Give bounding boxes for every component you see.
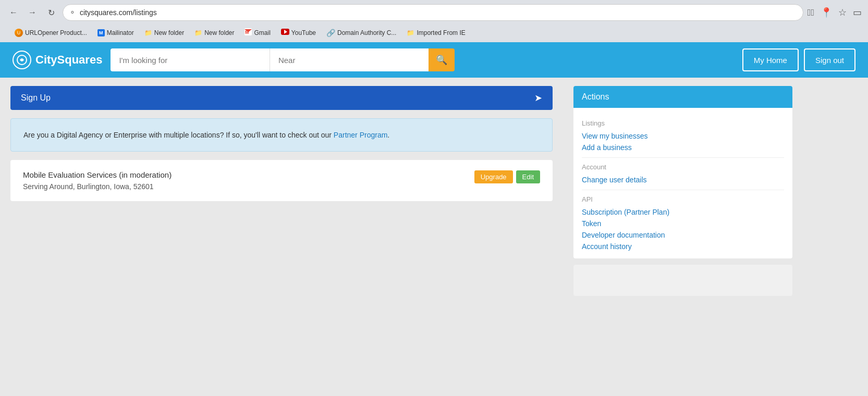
folder-icon-2: 📁 bbox=[194, 29, 202, 36]
edit-button[interactable]: Edit bbox=[516, 170, 540, 183]
domain-authority-favicon: 🔗 bbox=[326, 29, 335, 37]
listing-address: Serving Around, Burlington, Iowa, 52601 bbox=[23, 182, 172, 191]
site-header: CitySquares 🔍 My Home Sign out bbox=[0, 42, 868, 78]
mailinator-favicon: M bbox=[97, 29, 105, 36]
bookmark-label: URLOpener Product... bbox=[25, 29, 87, 36]
main-content: Sign Up ➤ Are you a Digital Agency or En… bbox=[0, 78, 868, 369]
refresh-button[interactable]: ↻ bbox=[44, 5, 58, 20]
actions-panel: Actions Listings View my businesses Add … bbox=[573, 86, 792, 258]
site-logo[interactable]: CitySquares bbox=[13, 51, 102, 69]
bookmark-mailinator[interactable]: M Mailinator bbox=[93, 28, 138, 38]
listing-card: Mobile Evaluation Services (in moderatio… bbox=[10, 160, 553, 201]
search-looking-input[interactable] bbox=[111, 48, 270, 71]
bookmarks-bar: U URLOpener Product... M Mailinator 📁 Ne… bbox=[6, 25, 862, 42]
ie-folder-icon: 📁 bbox=[407, 29, 414, 36]
signup-banner-arrow: ➤ bbox=[534, 92, 542, 104]
bookmark-new-folder-2[interactable]: 📁 New folder bbox=[190, 28, 238, 38]
bookmark-label: YouTube bbox=[291, 29, 316, 36]
actions-title: Actions bbox=[582, 92, 609, 101]
address-security-icon: ⚬ bbox=[69, 8, 76, 17]
gmail-favicon: M bbox=[244, 28, 252, 37]
header-actions: My Home Sign out bbox=[742, 48, 855, 71]
star-icon[interactable]: ☆ bbox=[838, 7, 847, 18]
bookmark-new-folder-1[interactable]: 📁 New folder bbox=[140, 28, 188, 38]
logo-text: CitySquares bbox=[35, 53, 102, 67]
window-icon[interactable]: ▭ bbox=[853, 7, 862, 18]
folder-icon-1: 📁 bbox=[144, 29, 152, 36]
bookmark-gmail[interactable]: M Gmail bbox=[240, 27, 274, 38]
bookmark-label: New folder bbox=[204, 29, 234, 36]
back-button[interactable]: ← bbox=[6, 5, 21, 20]
location-icon[interactable]: 📍 bbox=[821, 7, 832, 18]
bookmark-label: Gmail bbox=[254, 29, 270, 36]
browser-chrome: ← → ↻ ⚬ citysquares.com/listings 👁̸ 📍 ☆ … bbox=[0, 0, 868, 42]
actions-header: Actions bbox=[573, 86, 792, 108]
browser-toolbar: ← → ↻ ⚬ citysquares.com/listings 👁̸ 📍 ☆ … bbox=[6, 4, 862, 21]
listing-actions: Upgrade Edit bbox=[474, 170, 540, 183]
bookmark-domain-authority[interactable]: 🔗 Domain Authority C... bbox=[322, 28, 400, 38]
bookmark-imported-ie[interactable]: 📁 Imported From IE bbox=[402, 28, 469, 38]
search-near-input[interactable] bbox=[270, 48, 429, 71]
bookmark-label: Imported From IE bbox=[417, 29, 465, 36]
account-history-link[interactable]: Account history bbox=[582, 241, 784, 252]
listing-name: Mobile Evaluation Services (in moderatio… bbox=[23, 170, 172, 179]
partner-banner-text: Are you a Digital Agency or Enterprise w… bbox=[23, 131, 332, 139]
youtube-favicon bbox=[281, 29, 289, 36]
listings-section-label: Listings bbox=[582, 119, 784, 127]
section-divider-1 bbox=[582, 157, 784, 158]
browser-right-icons: 👁̸ 📍 ☆ ▭ bbox=[808, 7, 862, 18]
signup-banner[interactable]: Sign Up ➤ bbox=[10, 86, 553, 110]
search-icon: 🔍 bbox=[436, 54, 447, 66]
svg-text:M: M bbox=[245, 30, 249, 35]
token-link[interactable]: Token bbox=[582, 218, 784, 229]
bookmark-label: Domain Authority C... bbox=[337, 29, 396, 36]
address-bar[interactable]: ⚬ citysquares.com/listings bbox=[63, 4, 803, 21]
add-business-link[interactable]: Add a business bbox=[582, 142, 784, 153]
subscription-link[interactable]: Subscription (Partner Plan) bbox=[582, 206, 784, 218]
view-businesses-link[interactable]: View my businesses bbox=[582, 130, 784, 142]
bookmark-label: Mailinator bbox=[107, 29, 134, 36]
developer-docs-link[interactable]: Developer documentation bbox=[582, 229, 784, 241]
bookmark-urlopener[interactable]: U URLOpener Product... bbox=[10, 28, 91, 38]
account-section-label: Account bbox=[582, 163, 784, 171]
sidebar: Actions Listings View my businesses Add … bbox=[563, 78, 803, 369]
upgrade-button[interactable]: Upgrade bbox=[474, 170, 513, 183]
content-area: Sign Up ➤ Are you a Digital Agency or En… bbox=[0, 78, 563, 369]
actions-body: Listings View my businesses Add a busine… bbox=[573, 108, 792, 258]
partner-banner-suffix: . bbox=[387, 131, 389, 139]
urlopener-favicon: U bbox=[15, 29, 23, 37]
sign-out-button[interactable]: Sign out bbox=[804, 48, 855, 71]
bookmark-label: New folder bbox=[154, 29, 184, 36]
api-section-label: API bbox=[582, 195, 784, 203]
bookmark-youtube[interactable]: YouTube bbox=[277, 28, 320, 38]
eye-slash-icon[interactable]: 👁̸ bbox=[808, 7, 814, 18]
section-divider-2 bbox=[582, 190, 784, 190]
address-text: citysquares.com/listings bbox=[80, 8, 157, 17]
my-home-button[interactable]: My Home bbox=[742, 48, 799, 71]
partner-program-link[interactable]: Partner Program bbox=[334, 131, 387, 139]
logo-icon bbox=[13, 51, 31, 69]
signup-banner-text: Sign Up bbox=[21, 93, 51, 103]
forward-button[interactable]: → bbox=[25, 5, 40, 20]
sidebar-extra-panel bbox=[573, 265, 792, 296]
change-user-details-link[interactable]: Change user details bbox=[582, 174, 784, 185]
partner-program-banner: Are you a Digital Agency or Enterprise w… bbox=[10, 118, 553, 152]
listing-info: Mobile Evaluation Services (in moderatio… bbox=[23, 170, 172, 191]
search-button[interactable]: 🔍 bbox=[429, 48, 455, 71]
search-group: 🔍 bbox=[111, 48, 455, 71]
